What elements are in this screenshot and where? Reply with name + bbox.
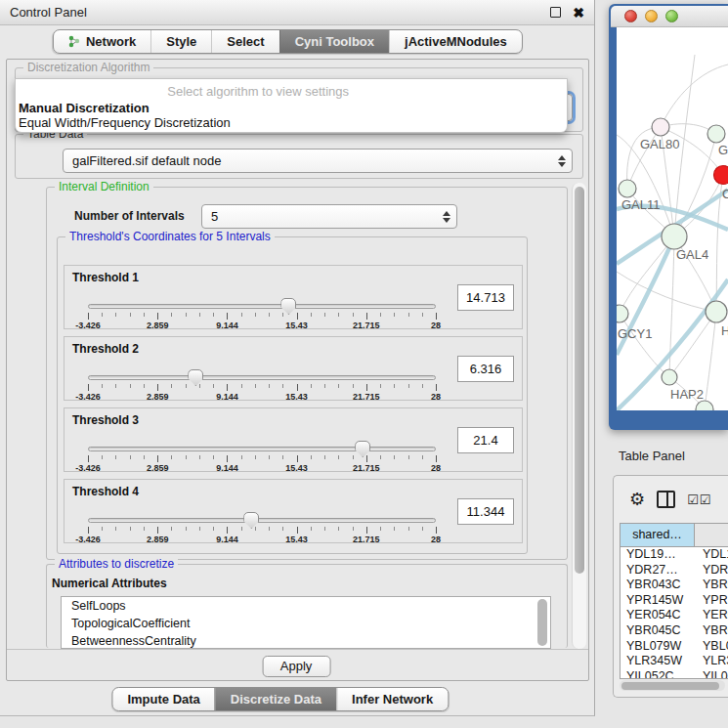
slider-track[interactable] (88, 518, 436, 523)
node-hap2[interactable] (662, 369, 677, 385)
network-view-window: GAL80 G C GAL11 GAL4 GCY1 H HAP2 (609, 4, 728, 430)
table-row[interactable]: YIL052CYIL0 (621, 669, 728, 679)
slider-track[interactable] (88, 375, 436, 380)
apply-button[interactable]: Apply (262, 656, 330, 677)
float-window-icon[interactable] (550, 7, 561, 18)
table-toolbar: ⚙ ☑☑ (614, 486, 728, 513)
table-data-value: galFiltered.sif default node (72, 153, 221, 168)
slider-ruler (88, 455, 436, 463)
select-columns-icon[interactable]: ☑☑ (687, 492, 711, 507)
node-label-h: H (721, 323, 728, 338)
tab-network[interactable]: Network (54, 30, 150, 53)
threshold-2-value-field[interactable]: 6.316 (457, 356, 514, 382)
cyni-toolbox-pane: Discretization Algorithm Select algorith… (6, 59, 589, 681)
gear-icon[interactable]: ⚙ (629, 491, 645, 508)
node-gal11[interactable] (619, 180, 636, 197)
table-row[interactable]: YDL19…YDL1 (621, 547, 728, 563)
threshold-2-slider[interactable]: -3.426 2.859 9.144 15.43 21.715 28 (88, 370, 436, 398)
columns-icon[interactable] (657, 491, 675, 508)
list-item-topologicalcoefficient[interactable]: TopologicalCoefficient (62, 615, 550, 632)
table-panel-title: Table Panel (619, 449, 685, 463)
slider-ruler (88, 384, 436, 392)
table-row[interactable]: YLR345WYLR3 (621, 654, 728, 669)
close-button[interactable] (624, 10, 637, 22)
threshold-3-value-field[interactable]: 21.4 (457, 427, 514, 453)
node-label-hap2: HAP2 (670, 387, 704, 402)
threshold-1-slider[interactable]: -3.426 2.859 9.144 15.43 21.715 28 (88, 299, 436, 326)
threshold-4-value-field[interactable]: 11.344 (457, 498, 514, 525)
table-row[interactable]: YBR043CYBR0 (621, 578, 728, 593)
table-data-combobox[interactable]: galFiltered.sif default node (63, 149, 573, 173)
interval-definition-title: Interval Definition (55, 180, 153, 193)
scrollbar-thumb[interactable] (621, 682, 719, 690)
threshold-3-slider[interactable]: -3.426 2.859 9.144 15.43 21.715 28 (88, 442, 436, 469)
threshold-1-value-field[interactable]: 14.713 (457, 284, 514, 311)
column-header-shared-name[interactable]: shared… (621, 524, 695, 546)
pane-divider (7, 649, 588, 650)
node-table: shared… na YDL19…YDL1 YDR27…YDR2 YBR043C… (620, 523, 728, 679)
zoom-button[interactable] (665, 10, 678, 22)
tab-style[interactable]: Style (150, 30, 211, 53)
slider-tick-labels: -3.426 2.859 9.144 15.43 21.715 28 (88, 463, 436, 473)
threshold-3-box: Threshold 3 21.4 -3.426 2.859 9.144 15.4… (64, 407, 523, 472)
node-gal80[interactable] (652, 118, 669, 136)
algorithm-option-equal-width[interactable]: Equal Width/Frequency Discretization (19, 115, 231, 130)
panel-vertical-scrollbar[interactable] (572, 183, 586, 649)
slider-track[interactable] (88, 304, 436, 309)
slider-tick-labels: -3.426 2.859 9.144 15.43 21.715 28 (88, 392, 436, 402)
list-item-betweennesscentrality[interactable]: BetweennessCentrality (62, 632, 550, 649)
control-panel-titlebar: Control Panel ✖ (0, 0, 594, 25)
table-row[interactable]: YER054CYER0 (621, 608, 728, 623)
node-label-gcy1: GCY1 (618, 326, 652, 341)
table-row[interactable]: YBR045CYBR0 (621, 623, 728, 639)
tab-discretize-data[interactable]: Discretize Data (215, 688, 336, 710)
table-horizontal-scrollbar[interactable] (620, 680, 725, 691)
control-panel-title: Control Panel (10, 5, 87, 20)
threshold-2-label: Threshold 2 (72, 342, 139, 356)
threshold-4-slider[interactable]: -3.426 2.859 9.144 15.43 21.715 28 (88, 513, 436, 540)
node-top-right[interactable] (707, 125, 725, 143)
number-of-intervals-combobox[interactable]: 5 (201, 204, 457, 229)
table-row[interactable]: YBL079WYBL0 (621, 639, 728, 655)
node-label-gal4: GAL4 (676, 247, 708, 262)
algorithm-option-manual[interactable]: Manual Discretization (19, 101, 150, 115)
table-panel: ⚙ ☑☑ shared… na YDL19…YDL1 YDR27…YDR2 YB… (613, 475, 728, 698)
node-label-gal80: GAL80 (640, 137, 679, 151)
table-row[interactable]: YDR27…YDR2 (621, 563, 728, 578)
tab-jactivemnodules[interactable]: jActiveMNodules (389, 30, 522, 53)
tab-cyni-toolbox[interactable]: Cyni Toolbox (279, 30, 389, 53)
top-tab-bar: Network Style Select Cyni Toolbox jActiv… (53, 29, 523, 54)
table-row[interactable]: YPR145WYPR1 (621, 593, 728, 609)
table-header-row: shared… na (621, 524, 728, 547)
column-header-name[interactable]: na (695, 524, 728, 546)
tab-select[interactable]: Select (211, 30, 278, 53)
list-scrollbar[interactable] (537, 599, 547, 646)
table-panel-header: Table Panel (595, 438, 728, 473)
scrollbar-thumb[interactable] (575, 187, 584, 574)
threshold-4-box: Threshold 4 11.344 -3.426 2.859 9.144 15… (64, 479, 523, 543)
threshold-1-box: Threshold 1 14.713 -3.426 2.859 9.144 15… (64, 265, 523, 329)
node-selected-red[interactable] (714, 166, 728, 185)
list-item-selfloops[interactable]: SelfLoops (62, 597, 550, 615)
node-gal4[interactable] (662, 224, 687, 249)
minimize-button[interactable] (645, 10, 658, 22)
attributes-group: Attributes to discretize Numerical Attri… (46, 564, 568, 648)
node-gcy1[interactable] (617, 305, 628, 322)
node-label-gal11: GAL11 (621, 197, 661, 212)
close-icon[interactable]: ✖ (573, 6, 584, 20)
threshold-4-label: Threshold 4 (72, 485, 139, 498)
combo-stepper-icon (558, 155, 566, 167)
number-of-intervals-label: Number of Intervals (74, 209, 185, 223)
combo-stepper-icon (443, 211, 450, 223)
network-canvas[interactable]: GAL80 G C GAL11 GAL4 GCY1 H HAP2 (617, 27, 728, 410)
tab-infer-network[interactable]: Infer Network (336, 688, 448, 710)
algorithm-dropdown-popup: Select algorithm to view settings Manual… (15, 78, 568, 133)
tab-impute-data[interactable]: Impute Data (112, 688, 214, 710)
discretization-algorithm-group-title: Discretization Algorithm (23, 61, 153, 74)
node-h[interactable] (706, 301, 727, 322)
algorithm-placeholder: Select algorithm to view settings (16, 84, 500, 99)
slider-tick-labels: -3.426 2.859 9.144 15.43 21.715 28 (88, 321, 436, 330)
thresholds-group: Threshold's Coordinates for 5 Intervals … (57, 236, 528, 554)
slider-track[interactable] (88, 447, 436, 451)
attributes-group-title: Attributes to discretize (55, 557, 178, 571)
